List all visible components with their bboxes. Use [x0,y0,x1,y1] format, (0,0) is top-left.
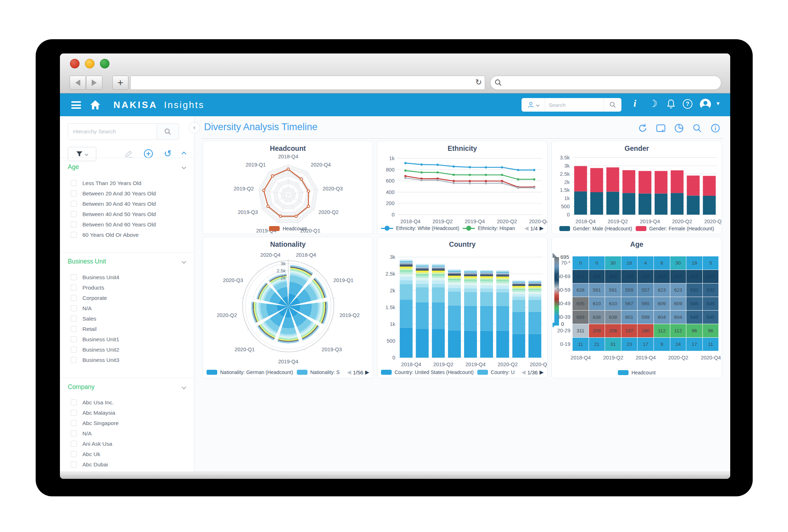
checkbox[interactable] [71,441,77,447]
home-icon[interactable] [90,99,101,110]
heatmap-cell[interactable]: 591 [589,283,605,297]
hierarchy-search[interactable] [68,123,179,140]
menu-icon[interactable] [71,101,81,111]
heatmap-cell[interactable]: 96 [686,324,702,337]
heatmap-cell[interactable]: 18 [621,256,637,270]
heatmap-cell[interactable]: 545 [703,311,719,324]
checkbox[interactable] [71,399,77,405]
reset-icon[interactable]: ↺ [164,149,172,158]
heatmap-cell[interactable]: 17 [637,338,654,351]
heatmap-cell[interactable]: 0 [573,256,589,270]
global-search[interactable] [522,98,621,112]
browser-search-bar[interactable] [490,76,721,90]
heatmap-cell[interactable]: 9 [654,338,670,351]
heatmap-cell[interactable]: 623 [654,283,670,297]
checkbox[interactable] [71,357,77,363]
heatmap-cell[interactable]: 557 [637,283,654,297]
heatmap-cell[interactable]: 532 [703,283,719,297]
heatmap-cell[interactable]: 567 [621,297,637,310]
new-tab-button[interactable]: + [112,76,128,90]
collapse-filters-icon[interactable] [182,152,186,156]
info-circle-icon[interactable] [711,123,720,133]
hierarchy-search-input[interactable] [68,124,157,139]
legend-item[interactable]: Nationality: S [297,369,340,375]
heatmap-cell[interactable]: 30 [605,256,621,270]
address-bar[interactable]: ↻ [130,76,485,90]
browser-search-input[interactable] [505,76,715,89]
heatmap-cell[interactable]: 21 [589,338,605,351]
heatmap-cell[interactable]: 495 [670,270,686,283]
heatmap-cell[interactable]: 431 [703,270,719,283]
heatmap-cell[interactable]: 545 [686,297,702,310]
legend-item[interactable]: Ethnicity: Hispan [463,225,515,231]
heatmap-cell[interactable]: 604 [654,311,670,324]
heatmap-cell[interactable]: 206 [605,324,621,337]
zoom-window-button[interactable] [100,59,110,68]
legend-item[interactable]: Gender: Female (Headcount) [636,226,714,231]
heatmap-cell[interactable]: 431 [686,270,702,283]
heatmap-cell[interactable]: 23 [621,338,637,351]
checkbox[interactable] [71,420,77,426]
heatmap-cell[interactable]: 609 [670,297,686,310]
legend-prev-icon[interactable]: ◀ [347,369,351,375]
heatmap-cell[interactable]: 31 [605,338,621,351]
checkbox[interactable] [71,347,77,353]
refresh-icon[interactable] [638,123,647,133]
edit-pencil-icon[interactable] [124,149,133,158]
legend-item[interactable]: Nationality: German (Headcount) [207,369,293,375]
heatmap-cell[interactable]: 495 [654,270,670,283]
filter-section-age[interactable]: Age [68,163,185,171]
heatmap-cell[interactable]: 638 [589,311,605,324]
legend-item[interactable]: Gender: Male (Headcount) [559,226,632,231]
global-search-input[interactable] [545,102,604,108]
add-circle-icon[interactable] [144,149,153,158]
help-icon[interactable]: ? [683,99,692,109]
legend-next-icon[interactable]: ▶ [539,369,544,375]
heatmap-cell[interactable]: 112 [670,324,686,337]
sidebar-collapse-button[interactable]: ‹ [189,122,200,133]
checkbox[interactable] [71,201,77,207]
heatmap-cell[interactable]: 19 [686,256,702,270]
checkbox[interactable] [71,410,77,416]
heatmap-cell[interactable]: 11 [573,338,589,351]
heatmap-cell[interactable]: 604 [670,311,686,324]
minimize-window-button[interactable] [85,59,95,68]
heatmap-cell[interactable]: 311 [573,324,589,337]
heatmap-cell[interactable]: 430 [637,270,654,283]
checkbox[interactable] [71,190,77,196]
heatmap-cell[interactable]: 0 [589,256,605,270]
legend-item[interactable]: Headcount [618,370,656,375]
close-window-button[interactable] [70,59,80,68]
heatmap-cell[interactable]: 532 [686,283,702,297]
heatmap-cell[interactable]: 456 [589,270,605,283]
heatmap-cell[interactable]: 180 [637,324,654,337]
heatmap-cell[interactable]: 565 [637,297,654,310]
legend-next-icon[interactable]: ▶ [365,369,369,375]
heatmap-cell[interactable]: 591 [605,283,621,297]
heatmap-cell[interactable]: 609 [654,297,670,310]
checkbox[interactable] [71,211,77,217]
checkbox[interactable] [71,326,77,332]
filter-section-company[interactable]: Company [68,383,185,391]
search-scope-dropdown[interactable] [522,98,545,112]
heatmap-cell[interactable]: 545 [703,297,719,310]
heatmap-cell[interactable]: 456 [605,270,621,283]
legend-prev-icon[interactable]: ◀ [524,225,529,231]
pie-chart-icon[interactable] [674,123,684,133]
legend-item[interactable]: Ethnicity: White (Headcount) [381,225,459,231]
checkbox[interactable] [71,285,77,291]
heatmap-cell[interactable]: 430 [621,270,637,283]
checkbox[interactable] [71,336,77,342]
notifications-bell-icon[interactable] [666,99,676,109]
heatmap-cell[interactable]: 695 [573,297,589,310]
back-button[interactable] [70,76,86,90]
checkbox[interactable] [71,430,77,436]
filter-dropdown-button[interactable] [68,147,96,161]
checkbox[interactable] [71,316,77,322]
heatmap-cell[interactable]: 209 [589,324,605,337]
legend-item[interactable]: Headcount [269,226,307,231]
hierarchy-search-button[interactable] [157,124,179,139]
zoom-search-icon[interactable] [692,123,702,133]
heatmap-cell[interactable]: 545 [686,311,702,324]
heatmap-cell[interactable]: 96 [703,324,719,337]
